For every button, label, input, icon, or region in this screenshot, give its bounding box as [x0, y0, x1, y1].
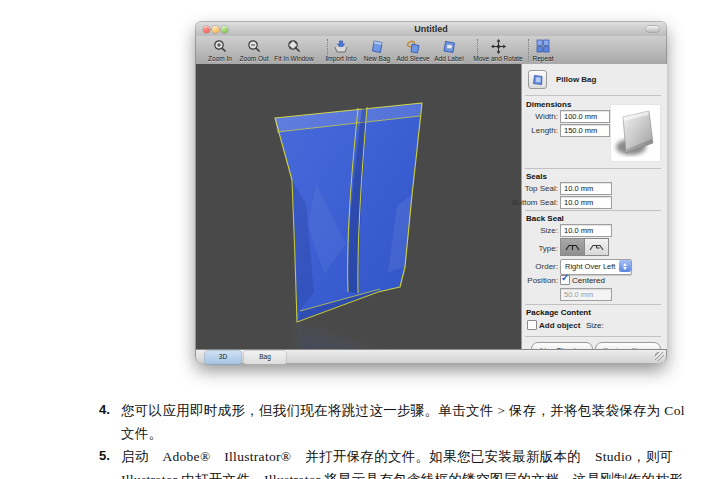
divider — [525, 336, 661, 337]
settings-panel: Pillow Bag Dimensions Width: 100.0 mm Le… — [521, 64, 667, 349]
toolbar: Zoom In Zoom Out Fit In Window Import In… — [196, 36, 666, 65]
dimensions-section-label: Dimensions — [526, 100, 571, 109]
seals-section-label: Seals — [526, 172, 547, 181]
list-number: 5. — [99, 448, 110, 463]
add-object-checkbox[interactable] — [527, 320, 537, 330]
back-seal-section-label: Back Seal — [526, 214, 564, 223]
back-seal-type-label: Type: — [506, 244, 558, 253]
divider — [525, 95, 661, 96]
toolbar-toggle-button[interactable] — [646, 26, 659, 32]
bottom-seal-label: Bottom Seal: — [506, 198, 558, 207]
repeat-button[interactable]: Repeat — [521, 38, 565, 62]
list-item-line: 启动 Adobe® Illustrator® 并打开保存的文件。如果您已安装最新… — [121, 448, 719, 466]
length-label: Length: — [506, 126, 558, 135]
app-window: Untitled Zoom In Zoom Out Fit In Window — [196, 22, 666, 362]
fin-seal-type-button[interactable] — [560, 238, 585, 256]
position-label: Position: — [506, 276, 558, 285]
bag-preview-image — [611, 105, 660, 161]
package-content-section-label: Package Content — [526, 308, 591, 317]
back-seal-size-label: Size: — [506, 226, 558, 235]
tab-bag[interactable]: Bag — [244, 351, 286, 364]
list-item-line: Illustrator 中打开文件。Illustrator 将显示具有包含线框的… — [121, 471, 719, 479]
seal-order-dropdown[interactable]: Right Over Left — [560, 259, 632, 275]
top-seal-label: Top Seal: — [506, 184, 558, 193]
view-tab-strip: 3D Bag — [196, 349, 666, 363]
checkmark-icon: ✓ — [561, 272, 569, 283]
seal-order-value: Right Over Left — [565, 262, 615, 271]
fit-in-window-button[interactable]: Fit In Window — [268, 38, 320, 62]
fin-seal-icon — [564, 242, 581, 252]
add-object-label: Add object — [539, 321, 580, 330]
length-input[interactable]: 150.0 mm — [560, 124, 610, 137]
back-seal-position-input: 50.0 mm — [560, 288, 612, 301]
panel-title: Pillow Bag — [556, 75, 596, 84]
content-size-label: Size: — [586, 321, 604, 330]
centered-checkbox-label: Centered — [572, 276, 605, 285]
lap-seal-icon — [588, 242, 605, 252]
list-number: 4. — [99, 402, 110, 417]
pillow-bag-icon — [528, 70, 547, 89]
divider — [525, 168, 661, 169]
repeat-icon — [521, 38, 565, 54]
resize-grip[interactable] — [655, 352, 664, 361]
3d-viewport[interactable] — [196, 64, 521, 349]
width-input[interactable]: 100.0 mm — [560, 110, 610, 123]
dropdown-stepper-icon — [619, 260, 631, 272]
top-seal-input[interactable]: 10.0 mm — [560, 182, 612, 195]
fit-in-window-icon — [268, 38, 320, 54]
width-label: Width: — [506, 112, 558, 121]
centered-checkbox[interactable]: ✓ — [560, 275, 570, 285]
back-seal-size-input[interactable]: 10.0 mm — [560, 224, 612, 237]
lap-seal-type-button[interactable] — [584, 238, 609, 256]
window-title: Untitled — [196, 24, 666, 34]
document-text: 4. 您可以应用即时成形，但我们现在将跳过这一步骤。单击文件 > 保存，并将包装… — [0, 396, 719, 479]
order-label: Order: — [506, 262, 558, 271]
list-item-line: 文件。 — [121, 425, 719, 443]
page: { "window": { "title": "Untitled", "tool… — [0, 0, 719, 479]
list-item-line: 您可以应用即时成形，但我们现在将跳过这一步骤。单击文件 > 保存，并将包装袋保存… — [121, 402, 719, 420]
tab-3d[interactable]: 3D — [205, 351, 241, 364]
bottom-seal-input[interactable]: 10.0 mm — [560, 196, 612, 209]
title-bar[interactable]: Untitled — [196, 22, 666, 36]
divider — [525, 210, 661, 211]
divider — [525, 304, 661, 305]
pillow-bag-3d-model — [196, 64, 521, 349]
